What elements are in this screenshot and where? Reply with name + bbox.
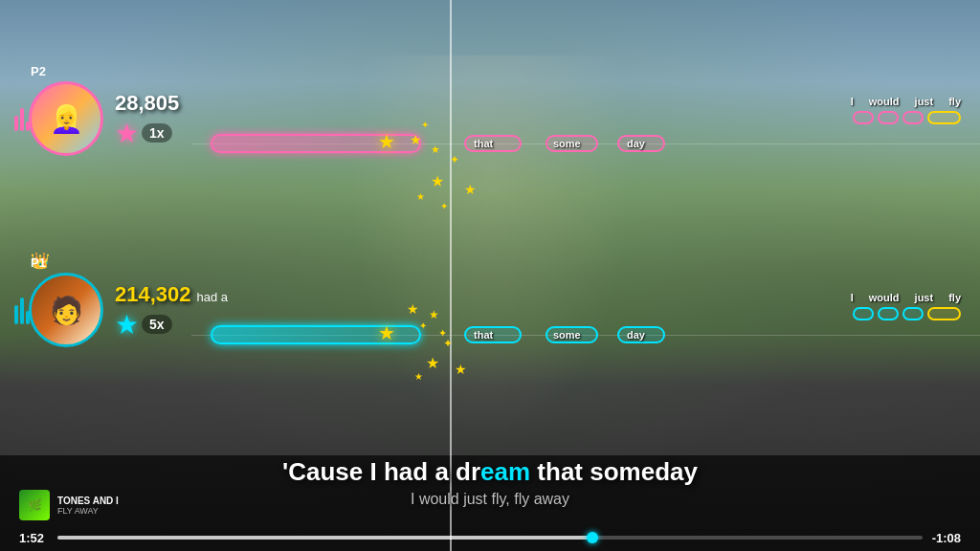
p1-score: 214,302 [115, 282, 191, 307]
p2-upcoming-word-just: just [915, 96, 934, 107]
p1-mic-bars [14, 298, 30, 324]
p2-avatar-container: P2 👱‍♀️ [29, 81, 105, 158]
time-remaining: -1:08 [932, 531, 961, 545]
mic-bar [14, 305, 18, 324]
lyric-prefix: 'Cause I had a dr [282, 457, 480, 486]
progress-bar[interactable] [57, 536, 923, 540]
p2-upcoming-row: I would just fly [851, 96, 961, 107]
player2-hud: P2 👱‍♀️ 28,805 ★ 1x [29, 81, 179, 158]
p2-upcoming-word-I: I [851, 96, 854, 107]
p2-upcoming-pill-1 [853, 111, 874, 124]
lyric-line-2: I would just fly, fly away [0, 491, 980, 508]
p2-score: 28,805 [115, 91, 179, 116]
p1-score-section: 214,302 had a ★ 5x [115, 282, 228, 341]
time-elapsed: 1:52 [19, 531, 44, 545]
p2-upcoming-pill-3 [902, 111, 924, 124]
p1-upcoming-word-I: I [851, 292, 854, 303]
p1-upcoming-word-fly: fly [948, 292, 961, 303]
progress-fill [57, 536, 593, 540]
p2-upcoming-word-fly: fly [948, 96, 961, 107]
p1-upcoming-pill-fly [927, 307, 961, 320]
p2-label: P2 [31, 64, 46, 78]
p2-multiplier: 1x [142, 123, 172, 143]
p1-multiplier: 5x [142, 315, 172, 334]
p2-star-icon: ★ [115, 118, 139, 149]
player1-hud: 👑 P1 🧑 214,302 had a ★ 5x [29, 273, 228, 349]
song-info: 🌿 TONES AND I FLY AWAY [19, 490, 119, 520]
song-thumbnail: 🌿 [19, 490, 50, 520]
p1-upcoming-pill-3 [902, 307, 924, 320]
p1-star-icon: ★ [115, 309, 139, 341]
p2-score-section: 28,805 ★ 1x [115, 91, 179, 149]
p1-avatar: 🧑 [29, 273, 103, 347]
lyric-highlight: eam [480, 457, 530, 486]
p2-upcoming-lyrics: I would just fly [851, 96, 961, 124]
p1-upcoming-pill-1 [853, 307, 874, 320]
p2-avatar: 👱‍♀️ [29, 81, 103, 156]
p1-upcoming-word-would: would [869, 292, 900, 303]
p2-upcoming-pill-2 [878, 111, 899, 124]
mic-bar [20, 298, 24, 324]
p1-upcoming-row: I would just fly [851, 292, 961, 303]
p1-avatar-container: 👑 P1 🧑 [29, 273, 105, 349]
p2-upcoming-pills [853, 111, 961, 124]
subtitle-area: 'Cause I had a dream that someday I woul… [0, 457, 980, 508]
p1-had-word: had a [197, 290, 229, 304]
p1-upcoming-word-just: just [915, 292, 934, 303]
song-title: FLY AWAY [57, 506, 119, 516]
p1-label: P1 [31, 255, 46, 270]
lyric-line-1: 'Cause I had a dream that someday [0, 457, 980, 487]
p2-upcoming-pill-fly [927, 111, 961, 124]
mic-bar [14, 116, 18, 131]
p1-star-row: ★ 5x [115, 309, 228, 341]
p1-upcoming-pills [853, 307, 961, 320]
mic-bar [20, 108, 24, 131]
p1-upcoming-lyrics: I would just fly [851, 292, 961, 320]
p2-mic-bars [14, 108, 30, 131]
song-artist: TONES AND I [57, 496, 119, 506]
song-text: TONES AND I FLY AWAY [57, 496, 119, 516]
p1-upcoming-pill-2 [878, 307, 899, 320]
p2-star-row: ★ 1x [115, 118, 179, 149]
p2-upcoming-word-would: would [869, 96, 900, 107]
singer-spotlight [346, 55, 634, 438]
lyric-suffix: that someday [530, 457, 698, 486]
